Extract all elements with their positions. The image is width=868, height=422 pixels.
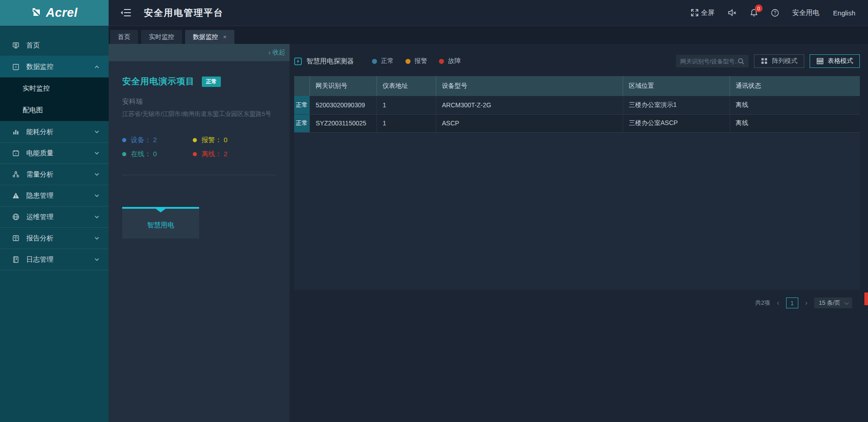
table-cell: ARCM300T-Z-2G (436, 96, 623, 114)
table-cell: 1 (377, 114, 436, 132)
column-header: 区域位置 (623, 76, 730, 96)
sidebar-item-电能质量[interactable]: 电能质量 (0, 143, 109, 164)
column-header: 仪表地址 (377, 76, 436, 96)
help-button[interactable]: ? (771, 9, 779, 17)
mode-button-阵列模式[interactable]: 阵列模式 (754, 54, 804, 68)
device-table-container: 网关识别号仪表地址设备型号区域位置通讯状态 正常520030200903091A… (294, 76, 860, 290)
sidebar-item-需量分析[interactable]: 需量分析 (0, 164, 109, 185)
legend-label: 故障 (448, 57, 461, 65)
row-status-badge: 正常 (294, 96, 310, 114)
tab-label: 实时监控 (149, 33, 174, 41)
page-number[interactable]: 1 (786, 297, 798, 308)
table-cell: 三楼办公室演示1 (623, 96, 730, 114)
top-header: Acrel 安全用电管理平台 全屏 (0, 0, 868, 26)
sidebar-item-label: 运维管理 (26, 213, 53, 221)
fullscreen-button[interactable]: 全屏 (691, 9, 715, 17)
sidebar-item-隐患管理[interactable]: 隐患管理 (0, 185, 109, 206)
table-cell: ASCP (436, 114, 623, 132)
section-bolt-icon (294, 58, 302, 65)
sidebar-item-label: 日志管理 (26, 255, 53, 264)
sidebar-item-能耗分析[interactable]: 能耗分析 (0, 121, 109, 143)
chevron-down-icon (93, 235, 100, 242)
stat-dot-icon (193, 152, 197, 156)
sidebar-subitem-实时监控[interactable]: 实时监控 (0, 77, 109, 99)
project-status-badge: 正常 (202, 77, 221, 87)
mode-button-表格模式[interactable]: 表格模式 (810, 54, 860, 68)
sidebar-collapse-button[interactable] (120, 9, 131, 17)
view-mode-buttons: 阵列模式表格模式 (749, 54, 860, 68)
language-switch[interactable]: English (833, 9, 855, 17)
sidebar-item-数据监控[interactable]: 数据监控 (0, 56, 109, 77)
collapse-menu-icon (120, 9, 131, 17)
notification-badge: 0 (755, 5, 763, 12)
prev-page-button[interactable]: ‹ (777, 299, 779, 307)
user-menu[interactable]: 安全用电 (792, 9, 820, 17)
search-box (676, 55, 749, 67)
column-header: 通讯状态 (730, 76, 860, 96)
main-content: 智慧用电探测器 正常 报警 故障 阵列模式表格模式 网关识别号仪表地址设备型号 (290, 44, 868, 422)
stat-设备: 设备： 2 (122, 136, 193, 144)
sidebar-item-运维管理[interactable]: 运维管理 (0, 206, 109, 228)
next-page-button[interactable]: › (805, 299, 807, 307)
stat-label: 在线： 0 (131, 150, 157, 158)
collapse-chevron-icon: ‹ (268, 49, 271, 56)
status-legend: 正常 报警 故障 (372, 57, 461, 65)
table-cell: 52003020090309 (310, 96, 377, 114)
legend-正常: 正常 (372, 57, 394, 65)
tab-实时监控[interactable]: 实时监控 (141, 30, 182, 44)
sidebar-item-报告分析[interactable]: 报告分析 (0, 228, 109, 249)
panel-header-strip: ‹ 收起 (109, 44, 290, 61)
data-monitor-icon (12, 63, 19, 71)
table-row[interactable]: 正常520030200903091ARCM300T-Z-2G三楼办公室演示1离线 (294, 96, 860, 114)
stat-label: 离线： 2 (201, 150, 228, 158)
svg-text:?: ? (774, 10, 777, 15)
sidebar-item-label: 能耗分析 (26, 128, 53, 136)
stat-dot-icon (193, 138, 197, 142)
search-icon[interactable] (738, 58, 744, 65)
category-card-smart-power[interactable]: 智慧用电 (122, 207, 199, 239)
tab-首页[interactable]: 首页 (110, 30, 138, 44)
scrollbar-thumb[interactable] (864, 293, 868, 305)
stat-dot-icon (122, 138, 126, 142)
table-cell: 离线 (730, 96, 860, 114)
power-quality-icon (12, 149, 19, 157)
pagination: 共2项 ‹ 1 › 15 条/页 (290, 297, 852, 308)
sidebar-item-首页[interactable]: 首页 (0, 35, 109, 56)
collapse-label: 收起 (272, 48, 285, 57)
sidebar-item-日志管理[interactable]: 日志管理 (0, 249, 109, 270)
log-management-icon (12, 256, 19, 263)
stat-离线: 离线： 2 (193, 150, 276, 158)
page-size-select[interactable]: 15 条/页 (814, 297, 852, 308)
card-pointer-icon (156, 209, 166, 212)
chevron-down-icon (93, 192, 100, 199)
collapse-panel-link[interactable]: ‹ 收起 (268, 48, 285, 57)
notifications-button[interactable]: 0 (750, 9, 758, 17)
legend-dot-icon (372, 59, 377, 64)
search-input[interactable] (680, 58, 738, 65)
project-address: 江苏省/无锡市/江阴市/南闸街道东盟工业园区东盟路5号 (122, 110, 276, 118)
legend-故障: 故障 (439, 57, 461, 65)
grid-mode-icon (761, 58, 768, 65)
column-header (294, 76, 310, 96)
sidebar-item-label: 首页 (26, 41, 40, 50)
page-title: 安全用电管理平台 (144, 7, 224, 19)
stat-在线: 在线： 0 (122, 150, 193, 158)
legend-dot-icon (405, 59, 410, 64)
table-mode-icon (816, 58, 824, 65)
mute-button[interactable] (728, 9, 737, 16)
energy-analysis-icon (12, 128, 19, 135)
report-analysis-icon (12, 235, 19, 242)
speaker-mute-icon (728, 9, 737, 16)
sidebar-item-label: 需量分析 (26, 170, 53, 179)
device-stats: 设备： 2 报警： 0 在线： 0 离线： 2 (122, 136, 276, 158)
table-row[interactable]: 正常SYZ200311500251ASCP三楼办公室ASCP离线 (294, 114, 860, 132)
table-cell: 三楼办公室ASCP (623, 114, 730, 132)
stat-label: 报警： 0 (201, 136, 228, 144)
panel-divider (122, 175, 276, 175)
tab-close-icon[interactable]: × (223, 34, 227, 40)
sidebar-subitem-配电图[interactable]: 配电图 (0, 99, 109, 121)
legend-报警: 报警 (405, 57, 427, 65)
tab-数据监控[interactable]: 数据监控× (185, 30, 234, 44)
sidebar-submenu: 实时监控配电图 (0, 77, 109, 121)
tab-label: 数据监控 (193, 33, 218, 41)
